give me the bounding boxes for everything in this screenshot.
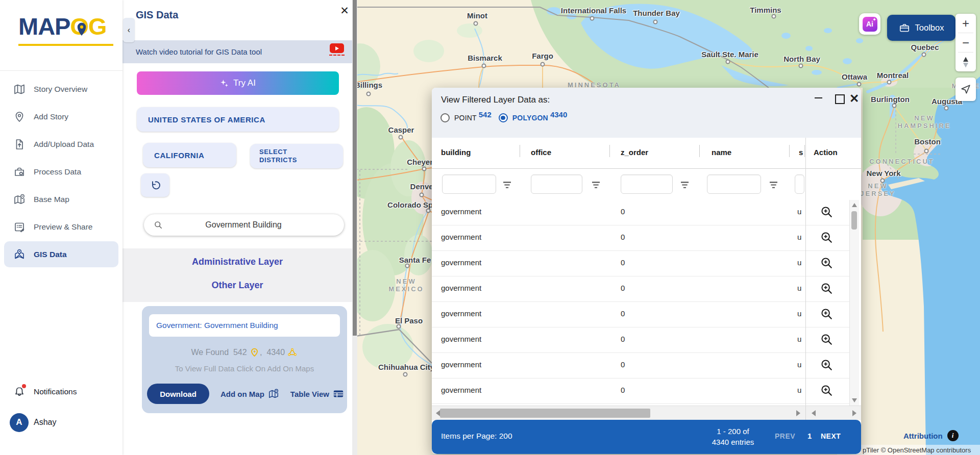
sidebar-item[interactable]: Story Overview [4,76,118,102]
zoom-in-button[interactable]: + [955,14,976,33]
point-count: 542 [479,110,492,119]
compass-button[interactable] [955,53,976,71]
sidebar-item[interactable]: Base Map [4,186,118,212]
geometry-type-radios: POINT 542 POLYGON 4340 [440,113,574,122]
panel-scrollbar[interactable] [352,0,357,455]
download-button[interactable]: Download [147,384,209,404]
select-districts-button[interactable]: SELECT DISTRICTS [250,144,343,168]
cell-building: government [441,258,481,267]
country-button[interactable]: UNITED STATES OF AMERICA [137,107,339,132]
vertical-scrollbar-thumb[interactable] [851,211,857,230]
search-input[interactable] [163,220,324,230]
table-row[interactable]: government 0 u [432,276,849,302]
point-radio[interactable] [440,113,450,122]
card-note: To View Full Data Click On Add On Maps [142,364,347,373]
filter-input-name[interactable] [707,174,761,194]
youtube-icon[interactable] [330,43,344,53]
username: Ashay [34,418,56,427]
horizontal-scrollbar-thumb[interactable] [440,409,650,418]
action-scroll-left-arrow-icon[interactable] [812,410,816,416]
scroll-left-arrow-icon[interactable] [436,410,440,416]
point-radio-label: POINT [454,114,477,122]
close-icon[interactable]: ✕ [849,93,859,104]
other-layer-heading[interactable]: Other Layer [122,280,352,291]
sidebar-item[interactable]: Preview & Share [4,214,118,240]
zoom-to-feature-icon[interactable] [820,384,834,398]
polygon-radio[interactable] [499,113,508,122]
sidebar: MAPOG Story Overview Add Story [0,0,122,455]
table-view-button[interactable]: Table View [290,388,344,399]
scroll-up-arrow-icon[interactable] [852,203,857,207]
zoom-to-feature-icon[interactable] [820,282,834,296]
sidebar-item[interactable]: Add Story [4,104,118,130]
scroll-right-arrow-icon[interactable] [796,410,800,416]
zoom-to-feature-icon[interactable] [820,256,834,270]
ai-tool-button[interactable]: Ai✦ [859,13,880,35]
filter-icon-office[interactable] [592,182,600,188]
zoom-to-feature-icon[interactable] [820,307,834,321]
sidebar-item-label: Preview & Share [34,222,92,232]
filter-icon-name[interactable] [770,182,777,188]
table-row[interactable]: government 0 u [432,225,849,251]
action-scroll-right-arrow-icon[interactable] [852,410,856,416]
filtered-data-dialog: View Filtered Layer Data as: ✕ POINT 542… [432,88,861,454]
prev-page-button[interactable]: PREV [775,432,795,440]
column-header-s[interactable]: s [799,148,803,157]
filter-input-building[interactable] [442,174,496,194]
sidebar-collapse-button[interactable]: ‹ [123,18,135,42]
column-header-office[interactable]: office [531,148,551,157]
sidebar-item[interactable]: Add/Upload Data [4,131,118,157]
filter-icon-z-order[interactable] [681,182,689,188]
sidebar-item-label: Add Story [34,112,68,121]
scroll-down-arrow-icon[interactable] [852,398,857,402]
column-header-z-order[interactable]: z_order [621,148,648,157]
column-header-building[interactable]: building [441,148,471,157]
cell-s: u [797,386,805,394]
panel-title: GIS Data [136,9,178,21]
mapog-logo[interactable]: MAPOG [18,12,113,49]
table-vertical-scrollbar[interactable] [849,200,859,406]
video-tutorial-banner[interactable]: Watch video tutorial for GIS Data tool [122,40,352,63]
undo-button[interactable] [141,173,169,197]
search-box[interactable] [144,214,344,236]
add-on-map-button[interactable]: Add on Map [220,388,279,399]
zoom-to-feature-icon[interactable] [820,333,834,347]
filter-input-office[interactable] [531,174,582,194]
table-row[interactable]: government 0 u [432,327,849,353]
items-per-page[interactable]: Items per Page: 200 [441,432,512,441]
next-page-button[interactable]: NEXT [821,432,841,440]
zoom-to-feature-icon[interactable] [820,205,834,219]
sidebar-item-notifications[interactable]: Notifications [0,379,122,405]
administrative-layer-heading[interactable]: Administrative Layer [122,257,352,267]
table-row[interactable]: government 0 u [432,251,849,276]
layer-result-title[interactable]: Government: Government Building [149,314,340,337]
filter-input-s[interactable] [795,174,804,194]
maximize-icon[interactable] [835,94,845,104]
filter-input-z-order[interactable] [621,174,673,194]
sidebar-item[interactable]: Process Data [4,159,118,185]
zoom-to-feature-icon[interactable] [820,231,834,245]
districts-label-line1: SELECT [259,148,287,156]
sidebar-nav: Story Overview Add Story Add/Upload Data… [0,74,122,269]
cell-building: government [441,207,481,216]
sidebar-item[interactable]: GIS Data [4,241,118,267]
table-row[interactable]: government 0 u [432,200,849,225]
panel-scrollbar-thumb[interactable] [353,0,357,336]
zoom-to-feature-icon[interactable] [820,358,834,372]
locate-button[interactable] [955,78,976,101]
cell-z-order: 0 [621,309,625,318]
minimize-icon[interactable] [814,93,824,103]
table-row[interactable]: government 0 u [432,302,849,327]
toolbox-button[interactable]: Toolbox [887,15,955,41]
column-header-name[interactable]: name [712,148,731,157]
table-row[interactable]: government 0 u [432,353,849,378]
user-menu[interactable]: A Ashay [0,411,122,434]
try-ai-button[interactable]: Try AI [137,71,339,95]
info-icon[interactable]: i [947,430,959,441]
table-row[interactable]: government 0 u [432,378,849,404]
filter-icon-building[interactable] [503,182,511,188]
table-horizontal-scrollbar[interactable] [432,406,861,420]
panel-close-button[interactable]: ✕ [337,3,352,18]
state-button[interactable]: CALIFORNIA [143,143,236,167]
zoom-out-button[interactable]: − [955,33,976,52]
